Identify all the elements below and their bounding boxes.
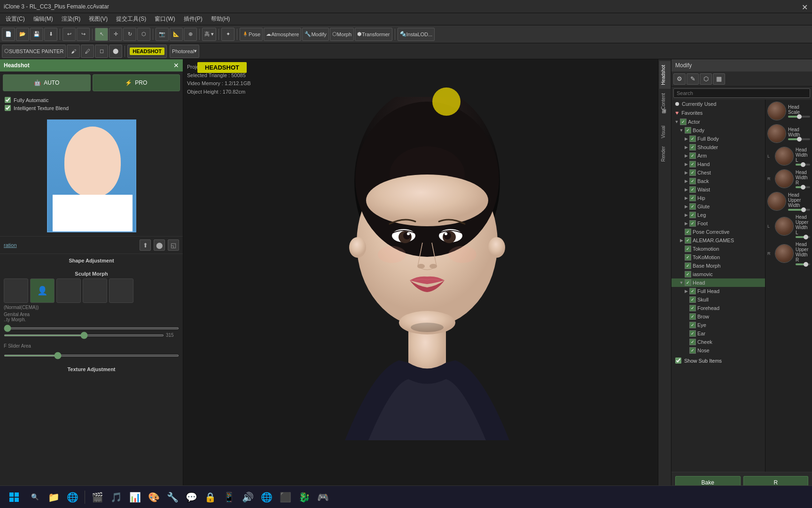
head-width-l-handle[interactable] (801, 162, 805, 167)
task-icon-5[interactable]: 🔧 (164, 489, 181, 506)
import-btn[interactable]: ⬇ (44, 28, 57, 41)
task-icon-9[interactable]: 🔊 (239, 489, 256, 506)
tree-item-head[interactable]: ▼ Head (671, 278, 765, 287)
tree-item-hip[interactable]: ▶ Hip (671, 194, 765, 202)
tree-item-leg[interactable]: ▶ Leg (671, 211, 765, 219)
task-files-btn[interactable]: 📁 (45, 489, 62, 506)
substance-btn[interactable]: ⬡ SUBSTANCE PAINTER (2, 45, 66, 58)
file-new-btn[interactable]: 📄 (2, 28, 15, 41)
menu-help[interactable]: 帮助(H) (207, 14, 234, 24)
menu-render[interactable]: 渲染(R) (58, 14, 85, 24)
tree-item-full-head[interactable]: ▶ Full Head (671, 287, 765, 295)
currently-used-row[interactable]: Currently Used (671, 100, 765, 108)
full-body-check[interactable] (689, 135, 696, 142)
tree-item-shoulder[interactable]: ▶ Shoulder (671, 143, 765, 151)
tree-item-actor[interactable]: ▼ Actor (671, 118, 765, 126)
leg-check[interactable] (689, 212, 696, 218)
pivot-btn[interactable]: ⊕ (184, 28, 197, 41)
head-check[interactable] (685, 279, 691, 286)
eye-check[interactable] (689, 322, 696, 328)
tree-item-waist[interactable]: ▶ Waist (671, 185, 765, 194)
vtab-render[interactable]: Render (659, 143, 671, 166)
gen-icon-btn1[interactable]: ⬆ (140, 239, 151, 251)
actor-check[interactable] (680, 119, 687, 125)
display-dropdown[interactable]: 高 ▾ (202, 28, 216, 41)
tree-item-cheek[interactable]: Cheek (671, 338, 765, 346)
favorites-row[interactable]: ♥ Favorites (671, 108, 765, 118)
search-input[interactable] (673, 88, 810, 98)
task-icon-4[interactable]: 🎨 (145, 489, 162, 506)
full-head-check[interactable] (689, 288, 696, 294)
generation-link[interactable]: ration (4, 242, 137, 248)
base-morph-check[interactable] (685, 262, 691, 269)
chest-check[interactable] (689, 169, 696, 176)
mod-tb-btn3[interactable]: ⬡ (700, 73, 712, 85)
pro-mode-btn[interactable]: ⚡ PRO (93, 74, 180, 91)
task-icon-13[interactable]: 🎮 (314, 489, 331, 506)
ear-check[interactable] (689, 330, 696, 337)
foot-check[interactable] (689, 220, 696, 227)
show-sub-check[interactable] (675, 357, 681, 364)
menu-view[interactable]: 视图(V) (85, 14, 111, 24)
cheek-check[interactable] (689, 339, 696, 345)
hip-check[interactable] (689, 195, 696, 201)
mod-tb-btn1[interactable]: ⚙ (673, 73, 686, 85)
head-width-handle[interactable] (797, 137, 802, 142)
vtab-material[interactable]: 素材 (659, 114, 671, 121)
auto-mode-btn[interactable]: 🤖 AUTO (3, 74, 91, 91)
atmosphere-btn[interactable]: ☁ Atmosphere (264, 28, 301, 41)
back-check[interactable] (689, 178, 696, 184)
forehead-check[interactable] (689, 305, 696, 311)
gen-icon-btn2[interactable]: ⬤ (154, 239, 165, 251)
arm-check[interactable] (689, 152, 696, 159)
intelligent-texture-check[interactable] (5, 105, 11, 111)
tree-item-arm[interactable]: ▶ Arm (671, 151, 765, 160)
rotate-btn[interactable]: ↻ (123, 28, 136, 41)
skull-check[interactable] (689, 296, 696, 303)
tree-item-iasmovic[interactable]: iasmovic (671, 270, 765, 278)
head-upper-width-r-handle[interactable] (804, 262, 808, 267)
menu-window[interactable]: 窗口(W) (151, 14, 179, 24)
head-upper-width-l-handle[interactable] (804, 235, 808, 239)
select2-btn[interactable]: ◻ (95, 45, 108, 58)
head-upper-width-handle[interactable] (801, 207, 806, 212)
camera-btn[interactable]: 📷 (156, 28, 169, 41)
tokomotion-check[interactable] (685, 246, 691, 252)
paint-btn[interactable]: 🖌 (67, 45, 80, 58)
alemar-check[interactable] (685, 237, 691, 244)
mask-btn[interactable]: ⬤ (109, 45, 122, 58)
task-icon-2[interactable]: 🎵 (108, 489, 125, 506)
modify-btn[interactable]: 🔧 Modify (302, 28, 328, 41)
task-icon-3[interactable]: 📊 (126, 489, 143, 506)
tree-item-foot[interactable]: ▶ Foot (671, 219, 765, 228)
tree-item-pose-corrective[interactable]: Pose Corrective (671, 228, 765, 236)
head-scale-handle[interactable] (797, 114, 802, 119)
mod-tb-btn2[interactable]: ✎ (687, 73, 699, 85)
iasmovic-check[interactable] (685, 271, 691, 278)
morph-slider-2[interactable] (4, 334, 164, 336)
tree-item-ear[interactable]: Ear (671, 329, 765, 338)
photoreal-dropdown[interactable]: Photoreal ▾ (170, 45, 199, 58)
task-icon-7[interactable]: 🔒 (202, 489, 219, 506)
task-icon-6[interactable]: 💬 (183, 489, 200, 506)
tree-item-body[interactable]: ▼ Body (671, 126, 765, 135)
tree-item-skull[interactable]: Skull (671, 295, 765, 304)
scale-btn[interactable]: ⬡ (137, 28, 150, 41)
pose-btn[interactable]: 🧍 Pose (240, 28, 263, 41)
tree-item-base-morph[interactable]: Base Morph (671, 262, 765, 270)
tree-item-brow[interactable]: Brow (671, 312, 765, 321)
file-open-btn[interactable]: 📂 (16, 28, 29, 41)
tree-item-forehead[interactable]: Forehead (671, 304, 765, 312)
file-save-btn[interactable]: 💾 (30, 28, 43, 41)
headshot-viewport-tab[interactable]: HEADSHOT (197, 62, 247, 73)
task-icon-1[interactable]: 🎬 (89, 489, 106, 506)
task-icon-10[interactable]: 🌐 (258, 489, 275, 506)
tree-item-nose[interactable]: Nose (671, 346, 765, 355)
headshot-main-btn[interactable]: HEADSHOT (127, 45, 167, 58)
menu-submit[interactable]: 提交工具(S) (112, 14, 150, 24)
tree-item-tokomotion2[interactable]: ToKoMotion (671, 253, 765, 262)
waist-check[interactable] (689, 186, 696, 193)
redo-btn[interactable]: ↪ (77, 28, 90, 41)
transformer-btn[interactable]: ⬢ Transformer (355, 28, 392, 41)
morph-slider-1[interactable] (4, 327, 179, 329)
